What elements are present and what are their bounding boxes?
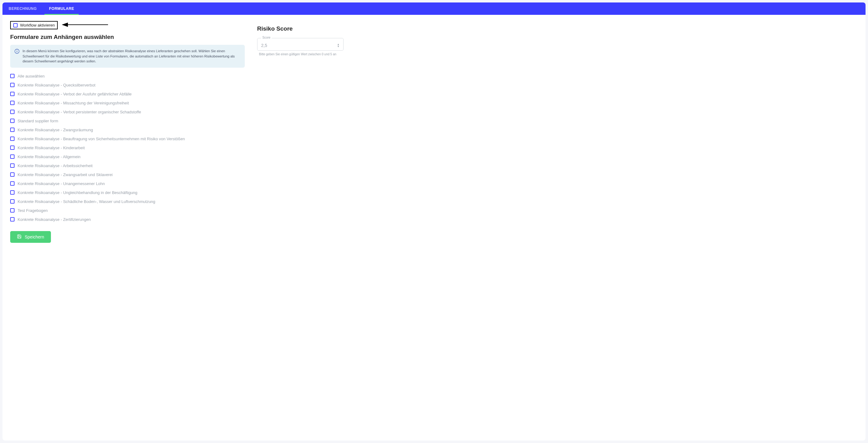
form-checkbox[interactable]	[10, 172, 14, 177]
form-item-label: Konkrete Risikoanalyse - Verbot persiste…	[18, 110, 141, 114]
form-item-label: Konkrete Risikoanalyse - Beauftragung vo…	[18, 137, 185, 141]
form-item[interactable]: Konkrete Risikoanalyse - Ungleichbehandl…	[10, 190, 245, 195]
form-checkbox[interactable]	[10, 92, 14, 96]
score-stepper[interactable]: ▲ ▼	[337, 43, 340, 48]
form-item[interactable]: Konkrete Risikoanalyse - Zertifizierunge…	[10, 217, 245, 222]
form-checkbox[interactable]	[10, 119, 14, 123]
form-item-label: Konkrete Risikoanalyse - Zertifizierunge…	[18, 217, 91, 222]
form-item-label: Konkrete Risikoanalyse - Kinderarbeit	[18, 146, 85, 150]
tabs-header: BERECHNUNG FORMULARE	[2, 2, 866, 15]
form-item-label: Konkrete Risikoanalyse - Arbeitssicherhe…	[18, 164, 93, 168]
svg-marker-1	[62, 23, 68, 27]
form-item[interactable]: Konkrete Risikoanalyse - Verbot der Ausf…	[10, 92, 245, 96]
form-checkbox[interactable]	[10, 199, 14, 204]
workflow-checkbox[interactable]	[13, 23, 18, 28]
form-item-label: Standard supplier form	[18, 119, 58, 123]
score-section-title: Risiko Score	[257, 25, 344, 32]
form-item[interactable]: Konkrete Risikoanalyse - Allgemein	[10, 154, 245, 159]
arrow-pointer-icon	[57, 22, 110, 29]
form-item-label: Konkrete Risikoanalyse - Ungleichbehandl…	[18, 190, 137, 195]
svg-point-3	[17, 50, 17, 51]
chevron-down-icon[interactable]: ▼	[337, 46, 340, 48]
form-checkbox[interactable]	[10, 181, 14, 186]
form-item[interactable]: Konkrete Risikoanalyse - Zwangsräumung	[10, 127, 245, 132]
score-fieldset: Score ▲ ▼	[257, 36, 344, 51]
form-item-label: Alle auswählen	[18, 74, 44, 79]
score-legend: Score	[261, 36, 272, 39]
form-item[interactable]: Konkrete Risikoanalyse - Kinderarbeit	[10, 146, 245, 150]
form-checkbox[interactable]	[10, 137, 14, 141]
form-checkbox[interactable]	[10, 190, 14, 195]
form-item-label: Konkrete Risikoanalyse - Allgemein	[18, 154, 81, 159]
form-checkbox[interactable]	[10, 146, 14, 150]
save-button-label: Speichern	[25, 234, 44, 239]
form-item[interactable]: Konkrete Risikoanalyse - Zwangsarbeit un…	[10, 172, 245, 177]
info-banner: In diesem Menü können Sie konfigurieren,…	[10, 45, 245, 68]
right-column: Risiko Score Score ▲ ▼ Bitte geben Sie e…	[257, 21, 344, 243]
form-item-label: Konkrete Risikoanalyse - Zwangsarbeit un…	[18, 172, 113, 177]
tab-formulare[interactable]: FORMULARE	[43, 2, 80, 15]
form-item[interactable]: Konkrete Risikoanalyse - Verbot persiste…	[10, 110, 245, 114]
form-item-label: Konkrete Risikoanalyse - Zwangsräumung	[18, 127, 93, 132]
form-checkbox[interactable]	[10, 217, 14, 222]
form-checkbox[interactable]	[10, 154, 14, 159]
form-item[interactable]: Konkrete Risikoanalyse - Arbeitssicherhe…	[10, 164, 245, 168]
info-icon	[14, 49, 20, 54]
form-checkbox[interactable]	[10, 127, 14, 132]
form-checkbox[interactable]	[10, 110, 14, 114]
workflow-activate-box[interactable]: Workflow aktivieren	[10, 21, 58, 29]
form-item-label: Test Fragebogen	[18, 208, 48, 213]
form-item[interactable]: Test Fragebogen	[10, 208, 245, 213]
form-item[interactable]: Standard supplier form	[10, 119, 245, 123]
form-checkbox[interactable]	[10, 83, 14, 87]
score-input[interactable]	[261, 43, 337, 48]
form-item-label: Konkrete Risikoanalyse - Quecksilberverb…	[18, 83, 95, 87]
form-item[interactable]: Konkrete Risikoanalyse - Beauftragung vo…	[10, 137, 245, 141]
tab-label: FORMULARE	[49, 6, 74, 11]
forms-section-title: Formulare zum Anhängen auswählen	[10, 34, 245, 40]
form-item-label: Konkrete Risikoanalyse - Verbot der Ausf…	[18, 92, 131, 96]
app-container: BERECHNUNG FORMULARE Workflow aktivieren…	[2, 2, 866, 441]
form-item[interactable]: Konkrete Risikoanalyse - Schädliche Bode…	[10, 199, 245, 204]
form-item[interactable]: Konkrete Risikoanalyse - Quecksilberverb…	[10, 83, 245, 87]
form-item-label: Konkrete Risikoanalyse - Missachtung der…	[18, 101, 129, 105]
form-checkbox[interactable]	[10, 101, 14, 105]
score-hint: Bitte geben Sie einen gültigen Wert zwis…	[257, 53, 344, 56]
tab-label: BERECHNUNG	[9, 6, 37, 11]
workflow-label: Workflow aktivieren	[20, 23, 55, 28]
left-column: Workflow aktivieren Formulare zum Anhäng…	[10, 21, 245, 243]
form-checkbox[interactable]	[10, 74, 14, 78]
form-item[interactable]: Konkrete Risikoanalyse - Unangemessener …	[10, 181, 245, 186]
tab-berechnung[interactable]: BERECHNUNG	[2, 2, 43, 15]
form-list: Alle auswählenKonkrete Risikoanalyse - Q…	[10, 74, 245, 222]
save-button[interactable]: Speichern	[10, 231, 51, 243]
info-text: In diesem Menü können Sie konfigurieren,…	[23, 49, 241, 64]
save-icon	[17, 234, 22, 240]
form-item[interactable]: Alle auswählen	[10, 74, 245, 79]
content-area: Workflow aktivieren Formulare zum Anhäng…	[2, 15, 866, 249]
form-checkbox[interactable]	[10, 208, 14, 212]
form-item-label: Konkrete Risikoanalyse - Schädliche Bode…	[18, 199, 155, 204]
form-checkbox[interactable]	[10, 164, 14, 168]
score-input-row: ▲ ▼	[261, 43, 340, 48]
form-item-label: Konkrete Risikoanalyse - Unangemessener …	[18, 181, 105, 186]
form-item[interactable]: Konkrete Risikoanalyse - Missachtung der…	[10, 101, 245, 105]
